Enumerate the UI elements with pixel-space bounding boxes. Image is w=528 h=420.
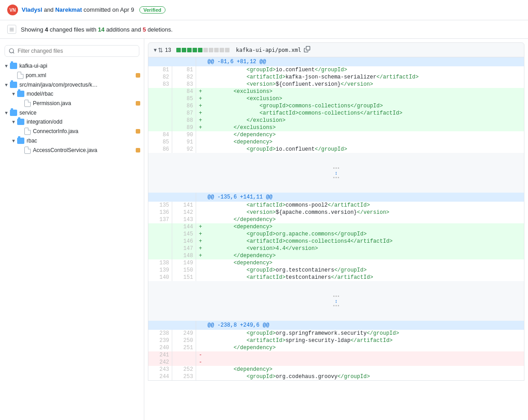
item-name: Permission.java xyxy=(33,100,133,106)
expand-hunk-btn[interactable]: ↕ xyxy=(148,169,524,176)
old-line-num: 242 xyxy=(148,359,172,366)
diff-row: 145+ <groupId>org.apache.commons</groupI… xyxy=(148,231,524,238)
diff-row: 85+ <exclusion> xyxy=(148,95,524,102)
tree-item[interactable]: ConnectorInfo.java xyxy=(0,126,144,136)
diff-file-header: ▾ ⇅ 13 kafka-ui-api/pom.xml xyxy=(148,42,524,57)
old-line-num: 240 xyxy=(148,344,172,351)
commit-text: Vladysl and Narekmat committed on Apr 9 … xyxy=(22,6,165,14)
new-line-num: 151 xyxy=(172,274,196,281)
copy-icon[interactable] xyxy=(304,46,310,54)
item-name: kafka-ui-api xyxy=(19,63,140,69)
tree-item[interactable]: AccessControlService.java xyxy=(0,145,144,155)
new-line-num: 252 xyxy=(172,366,196,373)
diff-row: 137143 </dependency> xyxy=(148,216,524,223)
old-line-num: 81 xyxy=(148,66,172,74)
expand-files-icon[interactable] xyxy=(7,25,16,34)
author1-link[interactable]: Vladysl xyxy=(22,6,42,13)
line-content: <groupId>io.confluent</groupId> xyxy=(205,66,524,74)
new-line-num: 92 xyxy=(172,146,196,153)
new-line-num xyxy=(172,351,196,359)
item-name: model/rbac xyxy=(27,91,140,97)
new-line-num: 143 xyxy=(172,216,196,223)
line-content: </dependency> xyxy=(205,216,524,223)
old-line-num: 82 xyxy=(148,74,172,81)
new-line-num: 141 xyxy=(172,202,196,209)
line-content: <groupId>org.springframework.security</g… xyxy=(205,330,524,337)
line-content: <dependency> xyxy=(205,138,524,146)
tree-item[interactable]: ▾integration/odd xyxy=(0,117,144,126)
tree-item[interactable]: ▾service xyxy=(0,108,144,117)
changed-indicator xyxy=(136,129,140,134)
new-line-num: 148 xyxy=(172,252,196,259)
tree-item[interactable]: ▾src/main/java/com/provectus/k… xyxy=(0,80,144,89)
old-line-num: 241 xyxy=(148,351,172,359)
old-line-num xyxy=(148,231,172,238)
diff-row: 87+ <artifactId>commons-collections</art… xyxy=(148,110,524,117)
line-content: </dependency> xyxy=(205,131,524,138)
chevron-icon: ▾ xyxy=(11,119,16,125)
expand-dots-cell: ↕ xyxy=(148,281,524,321)
line-content: <dependency> xyxy=(205,223,524,231)
diff-row: 139150 <groupId>org.testcontainers</grou… xyxy=(148,267,524,274)
changed-indicator xyxy=(136,101,140,106)
tree-item[interactable]: pom.xml xyxy=(0,70,144,80)
collapse-file-btn[interactable]: ▾ xyxy=(153,46,158,54)
old-line-num xyxy=(148,117,172,124)
expand-hunk-btn[interactable]: ↕ xyxy=(148,297,524,305)
new-line-num: 250 xyxy=(172,337,196,344)
old-line-num: 136 xyxy=(148,209,172,216)
new-line-num: 147 xyxy=(172,245,196,252)
diff-row: 8383 <version>${confluent.version}</vers… xyxy=(148,81,524,88)
line-content: <groupId>org.testcontainers</groupId> xyxy=(205,267,524,274)
chevron-icon: ▾ xyxy=(11,138,16,143)
new-line-num xyxy=(172,359,196,366)
line-content: <artifactId>commons-collections</artifac… xyxy=(205,110,524,117)
author2-link[interactable]: Narekmat xyxy=(55,6,82,13)
tree-item[interactable]: Permission.java xyxy=(0,98,144,108)
verified-badge: Verified xyxy=(139,6,165,14)
folder-icon xyxy=(17,119,24,125)
new-line-num: 150 xyxy=(172,267,196,274)
diff-table: @@ -81,6 +81,12 @@8181 <groupId>io.confl… xyxy=(148,57,524,381)
diff-row: 135141 <artifactId>commons-pool2</artifa… xyxy=(148,202,524,209)
line-content: <artifactId>kafka-json-schema-serializer… xyxy=(205,74,524,81)
tree-item[interactable]: ▾kafka-ui-api xyxy=(0,61,144,70)
line-content: </exclusion> xyxy=(205,117,524,124)
changed-indicator xyxy=(136,148,140,152)
diff-row: 238249 <groupId>org.springframework.secu… xyxy=(148,330,524,337)
new-line-num: 90 xyxy=(172,131,196,138)
line-content: <groupId>org.codehaus.groovy</groupId> xyxy=(205,373,524,381)
diff-panel: ▾ ⇅ 13 kafka-ui-api/pom.xml @@ -81,6 +81… xyxy=(144,39,528,420)
old-line-num: 135 xyxy=(148,202,172,209)
line-content: </exclusions> xyxy=(205,124,524,131)
new-line-num: 142 xyxy=(172,209,196,216)
new-line-num: 144 xyxy=(172,223,196,231)
tree-item[interactable]: ▾rbac xyxy=(0,136,144,145)
old-line-num: 86 xyxy=(148,146,172,153)
diff-row: 86+ <groupId>commons-collections</groupI… xyxy=(148,102,524,110)
old-line-num xyxy=(148,102,172,110)
diff-row: 148+ </dependency> xyxy=(148,252,524,259)
filter-input-wrap xyxy=(0,42,144,61)
file-icon xyxy=(24,100,31,107)
line-content: <groupId>org.apache.commons</groupId> xyxy=(205,231,524,238)
old-line-num xyxy=(148,95,172,102)
line-content: <artifactId>spring-security-ldap</artifa… xyxy=(205,337,524,344)
old-line-num xyxy=(148,124,172,131)
main-layout: ▾kafka-ui-apipom.xml▾src/main/java/com/p… xyxy=(0,39,528,420)
chevron-icon: ▾ xyxy=(11,91,16,97)
new-line-num: 83 xyxy=(172,81,196,88)
hunk-header-text: @@ -238,8 +249,6 @@ xyxy=(205,321,524,330)
tree-item[interactable]: ▾model/rbac xyxy=(0,89,144,98)
diff-row: 8591 <dependency> xyxy=(148,138,524,146)
line-content xyxy=(205,359,524,366)
diff-row: @@ -135,6 +141,11 @@ xyxy=(148,193,524,202)
filter-input[interactable] xyxy=(5,45,139,57)
changed-count: 4 xyxy=(45,26,48,33)
line-content: <dependency> xyxy=(205,259,524,267)
old-line-num: 140 xyxy=(148,274,172,281)
diff-row: @@ -81,6 +81,12 @@ xyxy=(148,57,524,66)
new-line-num: 81 xyxy=(172,66,196,74)
file-icon xyxy=(17,72,23,79)
changed-indicator xyxy=(136,73,140,78)
